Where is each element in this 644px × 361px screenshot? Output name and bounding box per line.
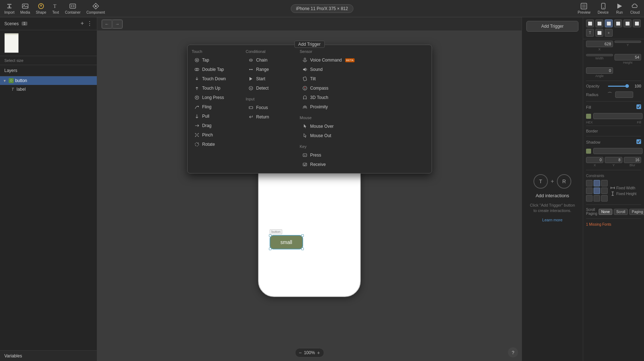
scroll-none-btn[interactable]: None bbox=[599, 209, 612, 215]
distribute-btn[interactable]: ⬜ bbox=[595, 29, 603, 37]
device-selector[interactable]: iPhone 11 Pro/X 375 × 812 bbox=[291, 4, 353, 13]
trigger-double-tap[interactable]: Double Tap bbox=[192, 65, 239, 74]
opacity-slider[interactable] bbox=[608, 86, 629, 87]
scene-thumb[interactable] bbox=[4, 33, 19, 53]
align-left-btn[interactable]: ⬜ bbox=[586, 19, 594, 27]
canvas-content[interactable]: button small Add Trigger Touch bbox=[97, 31, 522, 361]
learn-more-link[interactable]: Learn more bbox=[542, 218, 562, 222]
trigger-press[interactable]: A Press bbox=[300, 151, 357, 159]
angle-value[interactable]: 0 bbox=[586, 67, 613, 74]
help-btn[interactable]: ? bbox=[508, 347, 518, 357]
trigger-touch-up[interactable]: Touch Up bbox=[192, 84, 239, 92]
x-value[interactable]: 628 bbox=[586, 41, 613, 47]
divider-2 bbox=[586, 101, 641, 101]
plus-icon: + bbox=[551, 178, 554, 185]
zoom-in-btn[interactable]: + bbox=[317, 350, 320, 356]
trigger-mouse-over[interactable]: Mouse Over bbox=[300, 122, 357, 131]
trigger-start[interactable]: Start bbox=[246, 75, 293, 83]
selection-handle-br[interactable] bbox=[301, 248, 304, 250]
trigger-pinch[interactable]: Pinch bbox=[192, 131, 239, 139]
import-tool[interactable]: Import bbox=[4, 3, 14, 14]
button-element[interactable]: button small bbox=[270, 229, 303, 249]
add-trigger-button[interactable]: Add Trigger bbox=[526, 21, 578, 32]
align-middle-btn[interactable]: ⬜ bbox=[623, 19, 631, 27]
tilt-icon bbox=[302, 76, 308, 82]
align-bottom-btn[interactable]: ⬜ bbox=[633, 19, 641, 27]
scroll-paging-btn[interactable]: Paging bbox=[629, 209, 644, 215]
trigger-pull[interactable]: Pull bbox=[192, 112, 239, 121]
trigger-chain[interactable]: Chain bbox=[246, 56, 293, 64]
y-value[interactable] bbox=[614, 41, 641, 43]
interactions-panel: Add Trigger T + R Add interactions Click… bbox=[522, 17, 583, 361]
zoom-out-btn[interactable]: − bbox=[299, 350, 302, 356]
shape-tool[interactable]: Shape bbox=[36, 3, 46, 14]
opacity-label: Opacity bbox=[586, 84, 606, 88]
fill-color-swatch[interactable] bbox=[586, 114, 591, 119]
fill-toggle[interactable] bbox=[636, 104, 641, 109]
trigger-long-press[interactable]: Long Press bbox=[192, 93, 239, 102]
nav-forward-btn[interactable]: → bbox=[112, 20, 122, 28]
layer-text-icon: T bbox=[10, 87, 15, 92]
preview-btn[interactable]: Preview bbox=[578, 3, 591, 14]
container-tool[interactable]: Container bbox=[65, 3, 81, 14]
width-value[interactable] bbox=[586, 54, 613, 56]
trigger-proximity[interactable]: Proximity bbox=[300, 103, 357, 111]
shadow-color-swatch[interactable] bbox=[586, 149, 591, 154]
selection-handle-tr[interactable] bbox=[301, 234, 304, 237]
fill-hex-input[interactable]: #738259 bbox=[593, 113, 643, 119]
trigger-compass[interactable]: Compass bbox=[300, 84, 357, 92]
angle-label: Angle bbox=[586, 74, 613, 78]
media-tool[interactable]: Media bbox=[20, 3, 30, 14]
selection-handle-bl[interactable] bbox=[269, 248, 271, 250]
text-tool[interactable]: T Text bbox=[52, 3, 59, 14]
trigger-circle: T bbox=[533, 174, 548, 189]
height-value[interactable]: 54 bbox=[614, 54, 641, 60]
more-btn[interactable]: + bbox=[605, 29, 613, 37]
constraints-label: Constraints bbox=[583, 172, 644, 179]
shadow-blur-group: 16 Blur bbox=[624, 157, 641, 167]
scroll-scroll-btn[interactable]: Scroll bbox=[614, 209, 628, 215]
trigger-receive[interactable]: Receive bbox=[300, 160, 357, 169]
trigger-detect[interactable]: Detect bbox=[246, 84, 293, 92]
trigger-voice-command[interactable]: Voice Command BETA bbox=[300, 56, 357, 64]
trigger-sound[interactable]: Sound bbox=[300, 65, 357, 74]
add-scene-btn[interactable]: + bbox=[81, 20, 84, 27]
layer-item-label[interactable]: T label bbox=[0, 85, 97, 94]
device-btn[interactable]: Device bbox=[598, 3, 609, 14]
missing-fonts[interactable]: 1 Missing Fonts bbox=[583, 220, 644, 229]
shadow-y-value[interactable]: 8 bbox=[605, 157, 622, 163]
trigger-rotate[interactable]: Rotate bbox=[192, 140, 239, 149]
align-right-btn[interactable]: ⬜ bbox=[605, 19, 613, 27]
trigger-range[interactable]: Range bbox=[246, 65, 293, 74]
align-top-btn[interactable]: ⬜ bbox=[614, 19, 622, 27]
c-mr bbox=[601, 188, 608, 194]
scenes-menu-btn[interactable]: ⋮ bbox=[87, 20, 93, 27]
trigger-touch-down[interactable]: Touch Down bbox=[192, 75, 239, 83]
cloud-btn[interactable]: Cloud bbox=[630, 3, 640, 14]
selection-handle-tl[interactable] bbox=[269, 234, 271, 237]
trigger-fling[interactable]: Fling bbox=[192, 103, 239, 111]
shadow-toggle[interactable] bbox=[636, 139, 641, 144]
trigger-drag[interactable]: Drag bbox=[192, 121, 239, 130]
trigger-return[interactable]: Return bbox=[246, 113, 293, 121]
align-center-btn[interactable]: ⬜ bbox=[595, 19, 603, 27]
shadow-blur-value[interactable]: 16 bbox=[624, 157, 641, 163]
scroll-paging: Scroll Paging None Scroll Paging bbox=[583, 206, 644, 217]
button-component[interactable]: small bbox=[270, 235, 303, 249]
variables-bar[interactable]: Variables bbox=[0, 350, 97, 361]
trigger-mouse-out[interactable]: Mouse Out bbox=[300, 131, 357, 140]
component-tool[interactable]: Component bbox=[86, 3, 105, 14]
trigger-tap[interactable]: Tap bbox=[192, 56, 239, 64]
layer-item-button[interactable]: ▼ ⬡ button bbox=[0, 76, 97, 85]
nav-back-btn[interactable]: ← bbox=[102, 20, 112, 28]
shadow-hex-input[interactable]: #738259 bbox=[593, 148, 643, 154]
trigger-focus[interactable]: Focus bbox=[246, 103, 293, 112]
text-btn[interactable]: T bbox=[586, 29, 594, 37]
input-col-title: Input bbox=[246, 97, 293, 101]
trigger-tilt[interactable]: Tilt bbox=[300, 75, 357, 83]
run-btn[interactable]: Run bbox=[616, 3, 623, 14]
trigger-3d-touch[interactable]: 3D Touch bbox=[300, 93, 357, 102]
radius-value[interactable]: 16 bbox=[615, 91, 633, 98]
svg-rect-8 bbox=[71, 5, 72, 7]
shadow-x-value[interactable]: 0 bbox=[586, 157, 603, 163]
